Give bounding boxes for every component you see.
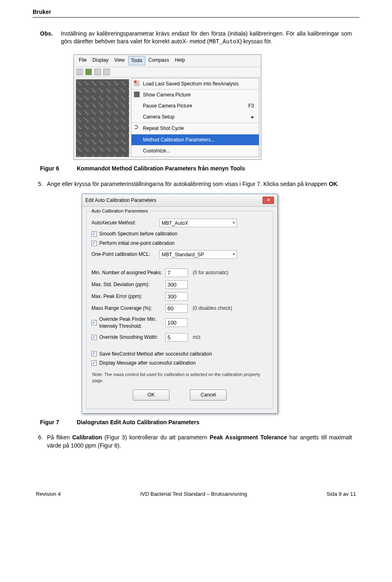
t: På fliken	[47, 434, 72, 441]
brand-label: Bruker	[33, 9, 51, 15]
combo-value: MBT_AutoX	[162, 220, 188, 226]
save-flexcontrol-checkbox[interactable]: Save flexControl Method after successful…	[91, 351, 268, 358]
footer-title: IVD Bacterial Test Standard – Bruksanvis…	[140, 490, 247, 498]
step-text-1: Ange eller kryssa för parameterinställni…	[47, 181, 329, 187]
override-intensity-input[interactable]	[165, 318, 188, 327]
dialog-group: Auto Calibration Parameters AutoXecute M…	[86, 211, 273, 409]
checkbox-label: Display Message after successful calibra…	[99, 360, 196, 367]
toolbar-icon[interactable]	[76, 69, 83, 75]
page-footer: Revision 4 IVD Bacterial Test Standard –…	[33, 490, 359, 498]
autoxecute-combo[interactable]: MBT_AutoX	[159, 219, 237, 227]
mitem-label: Pause Camera Picture	[143, 103, 192, 110]
override-smoothing-checkbox[interactable]	[91, 335, 97, 340]
spectrum-preview	[76, 79, 129, 157]
override-smoothing-unit: m/z	[193, 334, 200, 341]
figure-caption: Kommandot Method Calibration Parameters …	[77, 165, 245, 173]
menu-item-pause-camera[interactable]: Pause Camera Picture F3	[131, 101, 259, 112]
menu-item-repeat-shot[interactable]: Repeat Shot Cycle	[131, 123, 259, 134]
checkbox-icon	[91, 351, 97, 356]
camera-icon	[134, 92, 140, 97]
step-5: 5. Ange eller kryssa för parameterinstäl…	[33, 180, 352, 188]
menu-file[interactable]: File	[76, 56, 89, 65]
figure-label: Figur 6	[40, 165, 73, 173]
step-number: 5.	[33, 180, 43, 188]
mitem-label: Camera Setup	[143, 114, 174, 121]
group-title: Auto Calibration Parameters	[90, 208, 149, 214]
mitem-label: Repeat Shot Cycle	[143, 125, 184, 132]
mass-cov-input[interactable]	[165, 304, 188, 313]
menu-item-camera-setup[interactable]: Camera Setup ▸	[131, 112, 259, 123]
autoxecute-label: AutoXecute Method:	[91, 219, 157, 226]
dialog-button-row: OK Cancel	[91, 389, 268, 401]
menu-item-show-camera[interactable]: Show Camera Picture	[131, 89, 259, 101]
cycle-icon	[134, 125, 138, 129]
obs-block: Obs. Inställning av kalibreringsparametr…	[40, 30, 352, 46]
b: Calibration	[72, 434, 102, 441]
toolbar-icon[interactable]	[94, 69, 101, 75]
step-text: Ange eller kryssa för parameterinställni…	[47, 180, 352, 188]
figure-6-caption: Figur 6 Kommandot Method Calibration Par…	[40, 165, 352, 173]
figure-7-caption: Figur 7 Dialogrutan Edit Auto Calibratio…	[40, 419, 352, 427]
footer-page: Sida 9 av 11	[327, 490, 356, 498]
mitem-label: Load Last Saved Spectrum into flexAnalys…	[143, 81, 238, 87]
mitem-label: Method Calibration Parameters...	[143, 137, 215, 143]
figure-label: Figur 7	[40, 419, 73, 427]
menu-item-customize[interactable]: Customize...	[131, 145, 259, 157]
checkbox-icon	[91, 360, 97, 366]
menu-view[interactable]: View	[112, 56, 127, 65]
obs-code: MBT_AutoX	[209, 38, 240, 45]
menu-compass[interactable]: Compass	[146, 56, 172, 65]
onepoint-combo[interactable]: MBT_Standard_SP	[159, 250, 237, 259]
checkbox-icon	[91, 241, 97, 246]
menu-tools[interactable]: Tools	[128, 56, 145, 65]
min-peaks-label: Min. Number of assigned Peaks:	[91, 269, 163, 276]
dialog-titlebar: Edit Auto Calibration Parameters ✕	[82, 194, 277, 207]
override-intensity-checkbox[interactable]	[91, 320, 97, 325]
onepoint-label: One-Point calibration MCL:	[91, 251, 157, 258]
obs-text: Inställning av kalibreringsparametrar kr…	[61, 30, 352, 46]
cancel-button[interactable]: Cancel	[190, 389, 227, 401]
menu-item-load-spectrum[interactable]: Load Last Saved Spectrum into flexAnalys…	[131, 78, 259, 90]
mitem-label: Show Camera Picture	[143, 92, 191, 98]
override-intensity-label: Override Peak Finder Min. Intensity Thre…	[99, 316, 163, 330]
checkbox-label: Perform initial one-point calibration	[99, 240, 175, 247]
max-err-label: Max. Peak Error (ppm):	[91, 293, 163, 300]
toolbar-icon[interactable]	[103, 69, 110, 75]
close-button[interactable]: ✕	[263, 197, 274, 204]
checkbox-label: Smooth Spectrum before calibration	[99, 231, 177, 237]
page-header: Bruker	[33, 8, 359, 18]
mass-cov-label: Mass Range Coverage (%):	[91, 305, 163, 312]
mass-cov-hint: (0 disables check)	[193, 305, 232, 312]
obs-label: Obs.	[40, 30, 53, 46]
screenshot-tools-menu: File Display View Tools Compass Help Loa…	[74, 54, 261, 160]
b: Peak Assignment Tolerance	[209, 434, 287, 441]
t: (Figur 3) kontrollerar du att parametern	[102, 434, 210, 441]
override-smoothing-input[interactable]	[165, 333, 188, 342]
submenu-arrow-icon: ▸	[252, 114, 254, 121]
max-std-input[interactable]	[165, 280, 188, 289]
toolbar-icon[interactable]	[85, 69, 92, 75]
min-peaks-input[interactable]	[165, 269, 188, 277]
menubar: File Display View Tools Compass Help	[74, 55, 261, 67]
mitem-label: Customize...	[143, 148, 170, 154]
ok-button[interactable]: OK	[133, 389, 169, 401]
figure-caption: Dialogrutan Edit Auto Calibration Parame…	[77, 419, 200, 427]
max-err-input[interactable]	[165, 292, 188, 301]
checkbox-label: Save flexControl Method after successful…	[99, 351, 212, 358]
menu-help[interactable]: Help	[172, 56, 187, 65]
display-message-checkbox[interactable]: Display Message after successful calibra…	[91, 360, 268, 367]
step-text: På fliken Calibration (Figur 3) kontroll…	[47, 434, 352, 450]
menu-item-method-calibration[interactable]: Method Calibration Parameters...	[131, 134, 259, 146]
dialog-title: Edit Auto Calibration Parameters	[85, 197, 156, 204]
smooth-spectrum-checkbox[interactable]: Smooth Spectrum before calibration	[91, 231, 268, 237]
tools-dropdown: Load Last Saved Spectrum into flexAnalys…	[131, 78, 259, 157]
menu-display[interactable]: Display	[90, 56, 111, 65]
min-peaks-hint: (0 for automatic)	[193, 269, 228, 276]
obs-text-after: ) kryssas för.	[240, 38, 272, 45]
load-icon	[134, 81, 140, 86]
combo-value: MBT_Standard_SP	[162, 252, 204, 257]
initial-onepoint-checkbox[interactable]: Perform initial one-point calibration	[91, 240, 268, 247]
footer-revision: Revision 4	[36, 490, 61, 498]
step-6: 6. På fliken Calibration (Figur 3) kontr…	[33, 434, 352, 450]
screenshot-edit-auto-calibration: Edit Auto Calibration Parameters ✕ Auto …	[82, 194, 278, 413]
